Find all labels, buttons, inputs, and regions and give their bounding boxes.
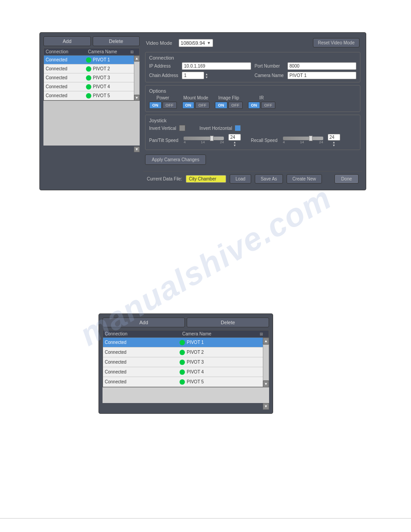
top-panel: Add Delete Connection Camera Name ⊞ Conn… (39, 32, 366, 190)
pan-tilt-slider[interactable] (184, 137, 224, 140)
status-dot (86, 66, 91, 72)
status-dot (86, 57, 91, 63)
flip-off-btn[interactable]: OFF (228, 102, 243, 109)
scroll-down-arrow[interactable]: ▼ (134, 95, 140, 101)
connection-status: Connected (46, 84, 86, 89)
ir-label: IR (259, 95, 264, 100)
bottom-status-dot (180, 350, 185, 355)
pan-tilt-max: 24 (220, 140, 224, 144)
ir-on-btn[interactable]: ON (248, 102, 261, 109)
sort-icon: ⊞ (130, 50, 137, 54)
connection-status: Connected (46, 75, 86, 80)
camera-list-empty (43, 101, 140, 146)
camera-rows: Connected PIVOT 1 Connected PIVOT 2 Conn… (43, 56, 140, 101)
recall-item: Recall Speed 4 14 24 (251, 134, 340, 147)
load-button[interactable]: Load (230, 174, 251, 184)
add-button[interactable]: Add (43, 36, 91, 46)
pan-tilt-mid: 14 (201, 140, 205, 144)
ip-input[interactable] (182, 62, 251, 70)
camera-name: PIVOT 2 (93, 66, 133, 71)
camera-row[interactable]: Connected PIVOT 2 (44, 64, 139, 73)
bottom-scroll-arrow[interactable]: ▼ (263, 403, 269, 410)
data-file-input[interactable] (186, 175, 226, 183)
bottom-camera-name: PIVOT 5 (187, 379, 261, 384)
cam-name-input[interactable] (287, 72, 356, 79)
scroll-up-arrow[interactable]: ▲ (134, 56, 140, 61)
chain-down-arrow[interactable]: ▼ (205, 76, 208, 79)
recall-down[interactable]: ▼ (332, 144, 335, 147)
image-flip-label: Image Flip (218, 95, 239, 100)
camera-row[interactable]: Connected PIVOT 5 (44, 91, 139, 100)
camera-row[interactable]: Connected PIVOT 4 (44, 82, 139, 91)
invert-horizontal-checkbox[interactable] (235, 125, 241, 131)
connection-status: Connected (46, 93, 86, 98)
camera-name: PIVOT 5 (93, 93, 133, 98)
pan-tilt-down[interactable]: ▼ (233, 144, 236, 147)
current-data-label: Current Data File: (147, 176, 182, 181)
camera-name: PIVOT 3 (93, 75, 133, 80)
bottom-camera-name: PIVOT 4 (187, 369, 261, 374)
port-input[interactable] (287, 62, 356, 70)
options-grid: Power ON OFF Mount Mode ON OFF (149, 95, 356, 109)
pan-tilt-min: 4 (184, 140, 185, 144)
mount-off-btn[interactable]: OFF (195, 102, 210, 109)
mount-on-btn[interactable]: ON (182, 102, 195, 109)
chain-up-arrow[interactable]: ▲ (205, 73, 208, 76)
chain-label: Chain Address (149, 73, 178, 78)
bottom-camera-row[interactable]: Connected PIVOT 1 (103, 338, 269, 348)
cam-name-label: Camera Name (255, 73, 284, 78)
image-flip-option: Image Flip ON OFF (215, 95, 243, 109)
bottom-scroll-down[interactable]: ▼ (263, 381, 269, 387)
bottom-status-dot (180, 340, 185, 345)
bottom-panel: Add Delete Connection Camera Name ⊞ Conn… (98, 313, 273, 414)
bottom-camera-row[interactable]: Connected PIVOT 5 (103, 377, 269, 387)
joystick-title: Joystick (149, 118, 356, 123)
pan-tilt-value[interactable] (228, 134, 241, 141)
bottom-status-dot (180, 369, 185, 375)
power-on-btn[interactable]: ON (149, 102, 162, 109)
camera-name: PIVOT 1 (93, 57, 133, 62)
save-as-button[interactable]: Save As (255, 174, 283, 184)
recall-label: Recall Speed (251, 138, 277, 143)
status-dot (86, 75, 91, 81)
chain-input[interactable] (182, 72, 204, 79)
recall-value[interactable] (328, 134, 340, 141)
power-off-btn[interactable]: OFF (163, 102, 177, 109)
recall-mid: 14 (300, 140, 304, 144)
ir-option: IR ON OFF (248, 95, 276, 109)
invert-vertical-item: Invert Vertical (149, 125, 185, 131)
bottom-empty-area (103, 387, 269, 403)
connection-col-header: Connection (46, 49, 88, 54)
bottom-add-button[interactable]: Add (103, 317, 185, 327)
bottom-delete-button[interactable]: Delete (187, 317, 269, 327)
done-button[interactable]: Done (334, 174, 359, 184)
connection-title: Connection (149, 55, 356, 60)
create-new-button[interactable]: Create New (287, 174, 322, 184)
ip-label: IP Address (149, 64, 178, 69)
video-mode-row: Video Mode 1080i59.94 ▼ Reset Video Mode (143, 36, 362, 49)
camera-row[interactable]: Connected PIVOT 1 (44, 56, 139, 64)
reset-video-button[interactable]: Reset Video Mode (313, 38, 360, 47)
bottom-camera-row[interactable]: Connected PIVOT 2 (103, 348, 269, 357)
invert-vertical-checkbox[interactable] (179, 125, 185, 131)
recall-up[interactable]: ▲ (332, 141, 335, 144)
video-mode-dropdown-icon[interactable]: ▼ (207, 41, 211, 45)
delete-button[interactable]: Delete (93, 36, 140, 46)
bottom-camera-name: PIVOT 1 (187, 340, 261, 345)
bottom-camera-list-header: Connection Camera Name ⊞ (103, 330, 269, 338)
bottom-connection-status: Connected (105, 379, 180, 384)
status-dot (86, 93, 91, 99)
flip-on-btn[interactable]: ON (215, 102, 227, 109)
mount-option: Mount Mode ON OFF (182, 95, 210, 109)
apply-camera-changes-button[interactable]: Apply Camera Changes (145, 154, 206, 165)
bottom-scroll-up[interactable]: ▲ (263, 338, 269, 344)
ir-off-btn[interactable]: OFF (261, 102, 275, 109)
camera-row[interactable]: Connected PIVOT 3 (44, 73, 139, 82)
bottom-camera-row[interactable]: Connected PIVOT 3 (103, 357, 269, 367)
pan-tilt-up[interactable]: ▲ (233, 141, 236, 144)
camera-list-scroll: Connected PIVOT 1 Connected PIVOT 2 Conn… (43, 56, 140, 101)
options-title: Options (149, 88, 356, 94)
scroll-bottom-arrow[interactable]: ▼ (134, 146, 140, 152)
bottom-camera-row[interactable]: Connected PIVOT 4 (103, 367, 269, 377)
recall-slider[interactable] (283, 137, 323, 140)
